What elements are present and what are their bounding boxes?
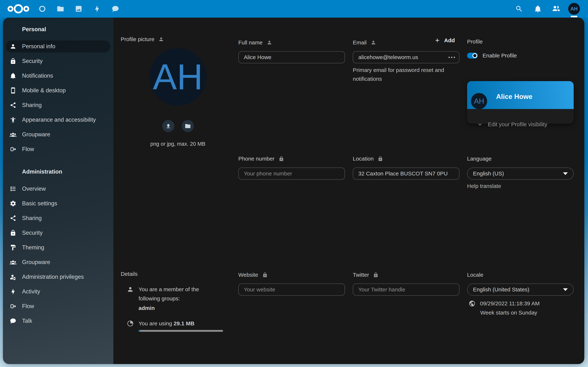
- sidebar-heading-administration: Administration: [3, 166, 113, 177]
- email-actions-icon[interactable]: [449, 57, 455, 58]
- website-input[interactable]: [238, 284, 345, 296]
- email-label-row: Email: [353, 39, 376, 47]
- locale-label-row: Locale: [467, 271, 483, 279]
- choose-from-files-button[interactable]: [182, 120, 194, 132]
- files-icon[interactable]: [57, 5, 64, 13]
- add-email-button[interactable]: Add: [433, 37, 456, 44]
- quota-row: You are using 29.1 MB: [127, 319, 194, 328]
- user-avatar[interactable]: AH: [568, 3, 580, 15]
- details-heading: Details: [121, 271, 138, 277]
- help-translate-link[interactable]: Help translate: [467, 183, 501, 189]
- profile-picture-label: Profile picture: [121, 36, 154, 42]
- caret-down-icon: [563, 288, 568, 291]
- sidebar-item-admin-security[interactable]: Security: [6, 227, 111, 239]
- locale-select[interactable]: English (United States): [467, 284, 574, 296]
- sidebar-item-admin-privileges[interactable]: Administration privileges: [6, 271, 111, 283]
- account-group-icon: [10, 131, 16, 138]
- week-start-note: Week starts on Sunday: [480, 308, 537, 317]
- activity-icon[interactable]: [93, 5, 101, 13]
- sidebar-item-overview[interactable]: Overview: [6, 183, 111, 195]
- sidebar-item-activity[interactable]: Activity: [6, 285, 111, 298]
- contacts-icon[interactable]: [552, 5, 560, 13]
- photos-icon[interactable]: [75, 5, 83, 13]
- lock-scope-icon[interactable]: [373, 272, 379, 278]
- email-input[interactable]: [353, 51, 459, 63]
- locale-label: Locale: [467, 272, 483, 278]
- share-icon: [10, 215, 16, 221]
- profile-card-avatar: AH: [471, 93, 487, 109]
- twitter-label-row: Twitter: [353, 271, 379, 279]
- enable-profile-label: Enable Profile: [483, 52, 517, 59]
- full-name-label: Full name: [238, 40, 263, 46]
- profile-card[interactable]: AH Alice Howe: [467, 81, 574, 124]
- quota-progressbar: [138, 330, 223, 332]
- dashboard-icon[interactable]: [38, 5, 46, 13]
- sidebar-item-mobile-desktop[interactable]: Mobile & desktop: [6, 84, 111, 97]
- sidebar-item-admin-sharing[interactable]: Sharing: [6, 212, 111, 224]
- account-group-icon: [10, 259, 16, 266]
- sidebar-item-security[interactable]: Security: [6, 55, 111, 67]
- plus-icon: [434, 37, 441, 43]
- email-helper-text: Primary email for password reset and not…: [353, 66, 456, 83]
- enable-profile-toggle[interactable]: [467, 53, 478, 58]
- talk-icon[interactable]: [112, 5, 119, 13]
- location-label-row: Location: [353, 155, 383, 163]
- nextcloud-logo[interactable]: [7, 4, 29, 14]
- lock-scope-icon[interactable]: [378, 156, 383, 161]
- language-value: English (US): [473, 170, 504, 177]
- quota-icon: [127, 320, 134, 327]
- upload-avatar-button[interactable]: [162, 120, 174, 132]
- flow-icon: [10, 146, 16, 152]
- chevron-down-icon: [477, 121, 483, 127]
- personal-info-content: Profile picture AH png or jpg, max. 20 M…: [113, 18, 584, 364]
- talk-icon: [10, 318, 16, 324]
- profile-picture-avatar: AH: [149, 48, 207, 106]
- search-icon[interactable]: [515, 5, 523, 13]
- cellphone-icon: [10, 87, 16, 94]
- phone-input[interactable]: [238, 167, 345, 180]
- lock-scope-icon[interactable]: [278, 156, 284, 161]
- language-label: Language: [467, 156, 492, 162]
- email-label: Email: [353, 40, 367, 46]
- email-field-wrap: [353, 51, 459, 63]
- bell-icon[interactable]: [534, 5, 542, 13]
- sidebar-item-groupware[interactable]: Groupware: [6, 128, 111, 141]
- sidebar-item-admin-groupware[interactable]: Groupware: [6, 256, 111, 268]
- upload-icon: [165, 123, 172, 129]
- settings-sidebar: Personal Personal info Security Notifica…: [3, 18, 113, 364]
- full-name-input[interactable]: [238, 51, 345, 63]
- phone-label: Phone number: [238, 156, 275, 162]
- website-label-row: Website: [238, 271, 268, 279]
- lock-icon: [10, 58, 16, 64]
- account-cog-icon: [10, 274, 16, 280]
- twitter-input[interactable]: [353, 284, 459, 296]
- language-label-row: Language: [467, 155, 492, 163]
- locale-datetime-row: 09/29/2022 11:18:39 AM: [468, 299, 540, 308]
- sidebar-item-talk[interactable]: Talk: [6, 315, 111, 327]
- topbar: AH: [0, 0, 588, 18]
- accessibility-icon: [10, 117, 16, 123]
- federated-scope-icon[interactable]: [158, 36, 164, 42]
- federated-scope-icon[interactable]: [267, 40, 272, 45]
- bell-icon: [10, 73, 16, 79]
- location-input[interactable]: [353, 167, 459, 180]
- active-app-indicator: [571, 16, 577, 17]
- language-select[interactable]: English (US): [467, 167, 574, 180]
- groups-row: You are a member of the following groups…: [127, 285, 215, 303]
- quota-text: You are using: [138, 320, 174, 326]
- profile-visibility-row[interactable]: Edit your Profile visibility: [477, 121, 547, 127]
- profile-visibility-label: Edit your Profile visibility: [488, 121, 547, 127]
- sidebar-item-appearance[interactable]: Appearance and accessibility: [6, 114, 111, 126]
- sidebar-item-theming[interactable]: Theming: [6, 242, 111, 254]
- sidebar-item-personal-info[interactable]: Personal info: [6, 40, 111, 52]
- sidebar-item-basic-settings[interactable]: Basic settings: [6, 197, 111, 209]
- person-icon: [127, 286, 134, 293]
- sidebar-item-sharing[interactable]: Sharing: [6, 99, 111, 111]
- federated-scope-icon[interactable]: [371, 40, 376, 45]
- sidebar-item-notifications[interactable]: Notifications: [6, 70, 111, 82]
- sidebar-item-flow[interactable]: Flow: [6, 143, 111, 155]
- lock-scope-icon[interactable]: [262, 272, 268, 278]
- flow-icon: [10, 303, 16, 309]
- profile-heading: Profile: [467, 39, 483, 45]
- sidebar-item-admin-flow[interactable]: Flow: [6, 300, 111, 312]
